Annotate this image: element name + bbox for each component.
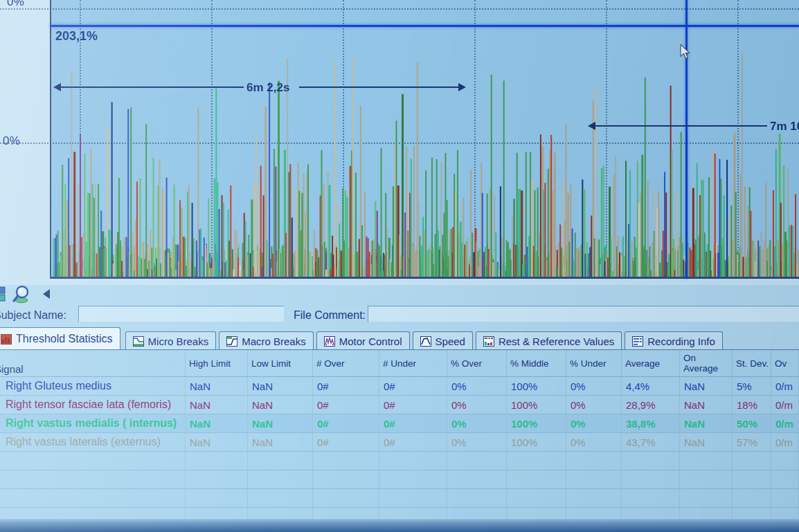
table-cell: 0/m (771, 433, 799, 451)
tab-recording-info[interactable]: Recording Info (625, 331, 723, 350)
subject-name-input[interactable] (78, 306, 285, 322)
column-header-ov[interactable]: Ov (771, 350, 799, 376)
tab-label: Recording Info (647, 336, 715, 347)
table-row-right-gluteus-medius[interactable]: Right Gluteus mediusNaNNaN0#0#0%100%0%4,… (0, 377, 799, 396)
y-axis-label-mid: 0% (3, 134, 20, 148)
table-cell: 57% (733, 433, 771, 451)
column-header--over[interactable]: % Over (447, 350, 507, 376)
motor-control-icon (324, 336, 335, 347)
column-header-st-dev-[interactable]: St. Dev. (733, 350, 771, 376)
table-cell (248, 452, 313, 470)
table-row-empty (0, 489, 799, 508)
table-row-right-tensor-fasciae-lata-femoris-[interactable]: Right tensor fasciae lata (femoris)NaNNa… (0, 396, 799, 414)
table-row-right-vastus-medialis-internus-[interactable]: Right vastus medialis ( internus)NaNNaN0… (0, 414, 799, 433)
table-cell: 100% (507, 414, 566, 432)
table-cell: 100% (507, 433, 566, 451)
column-header-low-limit[interactable]: Low Limit (248, 350, 313, 376)
table-row-right-vastus-lateralis-externus-[interactable]: Right vastus lateralis (externus)NaNNaN0… (0, 433, 799, 452)
column-header--under[interactable]: % Under (566, 350, 622, 376)
tab-motor-control[interactable]: Motor Control (316, 331, 410, 350)
table-cell (248, 470, 313, 488)
tab-label: Micro Breaks (148, 336, 209, 347)
table-cell: 5% (733, 377, 771, 395)
table-cell (566, 452, 622, 470)
column-header-average[interactable]: Average (622, 350, 680, 376)
tab-micro-breaks[interactable]: Micro Breaks (125, 331, 217, 350)
tab-threshold-statistics[interactable]: Threshold Statistics (0, 327, 120, 350)
column-header--under[interactable]: # Under (379, 350, 447, 376)
tab-speed[interactable]: Speed (413, 331, 473, 350)
table-cell: NaN (186, 414, 248, 432)
table-cell: 0% (566, 414, 622, 432)
table-cell (0, 452, 186, 470)
table-cell: 0% (447, 396, 507, 414)
table-cell (186, 452, 248, 470)
threshold-statistics-table: SignalHigh LimitLow Limit# Over# Under% … (0, 350, 799, 520)
table-cell (680, 489, 733, 507)
table-cell: 0# (313, 396, 379, 414)
table-cell (447, 470, 507, 488)
table-cell (566, 470, 622, 488)
table-cell (447, 452, 507, 470)
table-cell (507, 452, 566, 470)
table-cell: 0% (447, 433, 507, 451)
subject-name-label: Subject Name: (0, 309, 66, 322)
file-info-bar: Subject Name: File Comment: (0, 304, 799, 328)
table-cell: NaN (186, 377, 248, 395)
mouse-cursor-icon (680, 44, 691, 59)
table-cell: 18% (733, 396, 771, 414)
column-header-on-average[interactable]: On Average (680, 350, 733, 376)
column-header-signal[interactable]: Signal (0, 350, 186, 376)
table-cell (313, 489, 379, 507)
table-cell: 0% (447, 414, 507, 432)
screen-bottom-bezel (0, 519, 799, 532)
table-cell: 4,4% (622, 377, 680, 395)
table-cell: 100% (507, 396, 566, 414)
table-cell (248, 489, 313, 507)
table-cell (733, 489, 771, 507)
tab-rest-reference-values[interactable]: Rest & Reference Values (476, 331, 622, 350)
recording-info-icon (632, 336, 643, 347)
table-cell: NaN (248, 414, 313, 432)
chart-cursor-line[interactable] (685, 0, 688, 279)
table-cell: 0% (447, 377, 507, 395)
rest-reference-values-icon (483, 336, 494, 347)
threshold-value-label: 203,1% (55, 29, 98, 44)
table-cell: 0# (379, 377, 447, 395)
table-cell: NaN (248, 396, 313, 414)
table-cell (680, 470, 733, 488)
table-cell (622, 470, 680, 488)
tab-label: Threshold Statistics (16, 333, 113, 345)
micro-breaks-icon (133, 336, 144, 347)
column-header--over[interactable]: # Over (313, 350, 379, 376)
table-cell (566, 489, 622, 507)
table-cell: NaN (186, 396, 248, 414)
table-cell (379, 470, 447, 488)
table-cell: NaN (186, 433, 248, 451)
table-cell: NaN (680, 377, 733, 395)
tab-macro-breaks[interactable]: Macro Breaks (219, 331, 314, 350)
table-cell (379, 489, 447, 507)
table-cell (0, 489, 186, 507)
table-row-empty (0, 452, 799, 470)
table-cell (313, 470, 379, 488)
table-cell (771, 489, 799, 507)
signal-name: Right Gluteus medius (0, 377, 186, 395)
tab-label: Rest & Reference Values (499, 336, 614, 347)
column-header-high-limit[interactable]: High Limit (186, 350, 248, 376)
file-comment-input[interactable] (368, 306, 799, 322)
signal-name: Right vastus lateralis (externus) (0, 433, 186, 451)
time-span-label-1: 6m 2,2s (246, 81, 289, 95)
table-cell: 38,8% (622, 414, 680, 432)
table-cell: 0# (379, 396, 447, 414)
table-cell (771, 470, 799, 488)
clipped-toolbar-icon[interactable] (0, 286, 6, 302)
table-cell: NaN (680, 433, 733, 451)
application-window: 0% 0% 203,1% 6m 2,2s 7m 16,4s (0, 0, 799, 532)
scroll-left-arrow[interactable] (43, 289, 50, 299)
column-header--middle[interactable]: % Middle (507, 350, 566, 376)
table-cell: 50% (733, 414, 771, 432)
zoom-icon[interactable] (11, 285, 32, 304)
emg-bars-canvas (0, 0, 799, 279)
table-cell: 0% (566, 433, 622, 451)
